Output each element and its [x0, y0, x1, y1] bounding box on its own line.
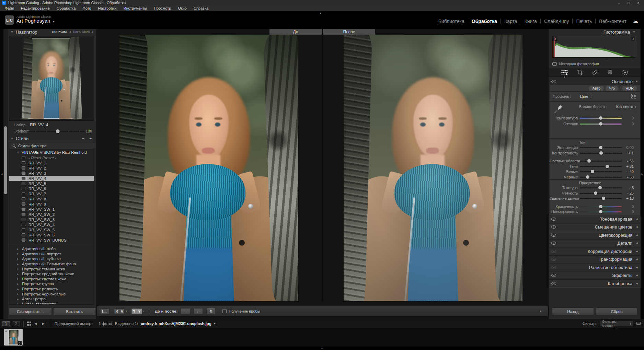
preset-group-collapsed[interactable]: ►Портреты: резкость	[9, 287, 94, 292]
cloud-sync-icon[interactable]: ☁	[633, 18, 639, 25]
filter-switch-icon[interactable]	[636, 322, 641, 325]
preset-item[interactable]: RR_VV_SW_1	[9, 207, 94, 212]
preset-group-collapsed[interactable]: ►Портреты: группа	[9, 281, 94, 287]
copy-settings-button[interactable]: Скопировать...	[9, 307, 52, 316]
previous-photo-icon[interactable]: ◄	[34, 322, 37, 326]
slider-thumb[interactable]	[599, 151, 603, 155]
preset-group-collapsed[interactable]: ►Портреты: светлая кожа	[9, 277, 94, 282]
collapse-triangle-icon[interactable]: ◄	[635, 225, 638, 229]
chevron-down-icon[interactable]: ▼	[125, 310, 127, 312]
primary-screen-button[interactable]: 1	[2, 321, 10, 326]
close-icon[interactable]: ×	[637, 1, 639, 5]
collapse-triangle-icon[interactable]: ◄	[635, 250, 638, 253]
presets-search[interactable]: Стили фильтра	[9, 142, 94, 149]
selected-filename[interactable]: andrey-k-mhXosVjM23E-unsplash.jpg	[141, 322, 211, 326]
minimize-icon[interactable]: –	[618, 1, 620, 5]
slider-track[interactable]	[580, 177, 622, 178]
collapse-triangle-icon[interactable]: ◄	[635, 258, 638, 261]
preset-group-collapsed[interactable]: ►Портреты: средний тон кожи	[9, 271, 94, 277]
preset-item[interactable]: RR_VV_3	[9, 171, 94, 176]
chevron-down-icon[interactable]: ▼	[143, 310, 145, 312]
menu-item[interactable]: Обработка	[53, 5, 79, 11]
slider-value[interactable]: 0	[632, 210, 634, 214]
filmstrip-cell-selected[interactable]: 1 ↗↙	[4, 329, 23, 346]
collapse-triangle-icon[interactable]: ◄	[635, 282, 638, 285]
grid-view-icon[interactable]	[27, 322, 32, 326]
profile-browser-icon[interactable]	[631, 94, 637, 99]
healing-tool-icon[interactable]	[591, 69, 599, 76]
develop-panel-header[interactable]: Тоновая кривая◄	[549, 215, 641, 223]
masking-tool-icon[interactable]	[621, 69, 629, 76]
develop-panel-header[interactable]: Размытие объектива◄	[549, 263, 641, 271]
module-tab-3[interactable]: Карта	[501, 19, 520, 24]
module-tab-6[interactable]: Печать	[573, 19, 595, 24]
shadow-clipping-icon[interactable]: ▲	[553, 36, 557, 41]
panel-enabled-eye-icon[interactable]	[551, 274, 556, 277]
preset-item[interactable]: RR_VV_4	[9, 176, 94, 181]
panel-enabled-eye-icon[interactable]	[551, 250, 556, 253]
secondary-screen-button[interactable]: 2	[12, 321, 20, 326]
add-preset-icon[interactable]: +	[89, 136, 92, 141]
back-button[interactable]: Назад	[552, 307, 594, 316]
preset-item[interactable]: RR_VV_SW_BONUS	[9, 237, 94, 243]
menu-item[interactable]: Просмотр	[150, 5, 174, 11]
slider-thumb[interactable]	[606, 165, 609, 168]
slider-track[interactable]	[580, 147, 622, 148]
slider-thumb[interactable]	[599, 146, 602, 149]
develop-panel-header[interactable]: Детали◄	[549, 239, 641, 247]
source-label[interactable]: Предыдущий импорт	[55, 322, 93, 326]
navigator-zoom-100[interactable]: 100%	[73, 30, 81, 34]
panel-enabled-eye-icon[interactable]	[551, 258, 556, 261]
slider-value[interactable]: + 13	[626, 196, 634, 200]
effect-amount-slider[interactable]	[30, 131, 85, 132]
scrollbar-thumb[interactable]	[4, 126, 7, 194]
hdr-button[interactable]: HDR	[622, 86, 637, 91]
menu-item[interactable]: Инструменты	[120, 5, 151, 11]
collapse-right-panel-strip[interactable]: ►	[641, 29, 644, 319]
histogram-header[interactable]: Гистограмма ▼	[549, 29, 641, 35]
slider-track[interactable]	[580, 206, 622, 207]
slider-thumb[interactable]	[602, 197, 605, 200]
navigator-header[interactable]: ▼ Навигатор ПО РАЗМ. ▲▼ 100% 300% ▲▼	[8, 29, 96, 35]
slider-track[interactable]	[580, 211, 622, 212]
compare-divider[interactable]	[322, 29, 323, 301]
menu-item[interactable]: Редактирование	[18, 5, 53, 11]
preset-group-collapsed[interactable]: ►Адаптивный: Размытие фона	[9, 261, 94, 267]
panel-enabled-eye-icon[interactable]	[551, 266, 556, 269]
left-panel-scrollbar[interactable]	[3, 29, 8, 319]
navigator-zoom-300[interactable]: 300%	[82, 30, 90, 34]
slider-thumb[interactable]	[587, 159, 591, 163]
slider-thumb[interactable]	[586, 175, 589, 179]
basic-panel-header[interactable]: Основные ▼	[549, 78, 641, 84]
profile-value[interactable]: Цвет▲▼	[580, 94, 592, 98]
slider-track[interactable]	[580, 171, 622, 172]
loupe-view-button[interactable]	[100, 308, 109, 314]
preset-item[interactable]: RR_VV_SW_6	[9, 232, 94, 237]
menu-item[interactable]: Справка	[190, 5, 212, 11]
slider-thumb[interactable]	[599, 122, 602, 126]
swap-before-after-button[interactable]: ⇅	[206, 308, 216, 315]
copy-after-to-before-button[interactable]: ←	[194, 308, 203, 314]
reference-view-button[interactable]: RA	[114, 308, 125, 314]
collapse-triangle-icon[interactable]: ▼	[11, 137, 13, 140]
preset-group-collapsed[interactable]: ►Авто+: ретро	[9, 296, 94, 302]
panel-enabled-eye-icon[interactable]	[551, 282, 556, 285]
develop-panel-header[interactable]: Цветокоррекция◄	[549, 231, 641, 239]
slider-thumb[interactable]	[594, 191, 597, 195]
module-tab-1[interactable]: Библиотека	[435, 19, 468, 24]
preset-item[interactable]: RR_VV_5	[9, 181, 94, 186]
panel-enabled-eye-icon[interactable]	[551, 234, 556, 237]
slider-value[interactable]: + 31	[626, 164, 634, 168]
panel-enabled-eye-icon[interactable]	[551, 80, 556, 83]
bw-button[interactable]: Ч/б	[606, 86, 618, 91]
effect-amount-value[interactable]: 100	[86, 129, 92, 133]
collapse-left-panel-strip[interactable]: ◄	[0, 29, 3, 319]
preset-group-collapsed[interactable]: ►Видео: творчество	[9, 302, 94, 305]
collapse-top-panel-icon[interactable]: ▲	[319, 12, 322, 15]
preset-item[interactable]: RR_VV_7	[9, 191, 94, 196]
slider-value[interactable]: - 40	[627, 170, 634, 174]
preset-item[interactable]: RR_VV_1	[9, 160, 94, 165]
develop-panel-header[interactable]: Смешение цветов◄	[549, 223, 641, 231]
edit-sliders-icon[interactable]	[561, 69, 569, 76]
slider-value[interactable]: 0	[632, 205, 634, 209]
